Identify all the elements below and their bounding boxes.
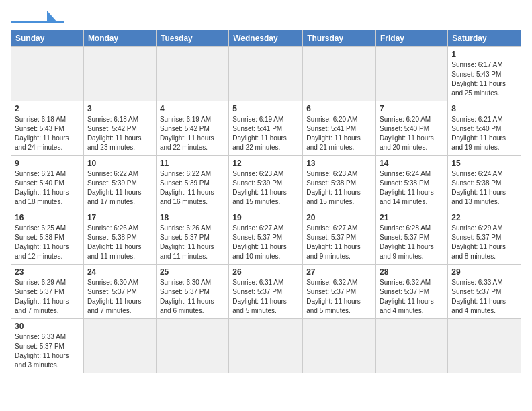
calendar-cell: 29Sunrise: 6:33 AM Sunset: 5:37 PM Dayli… — [448, 265, 521, 319]
calendar-cell: 25Sunrise: 6:30 AM Sunset: 5:37 PM Dayli… — [156, 265, 228, 319]
calendar-week-row: 30Sunrise: 6:33 AM Sunset: 5:37 PM Dayli… — [11, 319, 521, 373]
calendar-cell — [303, 319, 376, 373]
day-info: Sunrise: 6:18 AM Sunset: 5:43 PM Dayligh… — [15, 115, 80, 152]
calendar-week-row: 1Sunrise: 6:17 AM Sunset: 5:43 PM Daylig… — [11, 47, 521, 101]
calendar-cell: 26Sunrise: 6:31 AM Sunset: 5:37 PM Dayli… — [229, 265, 303, 319]
day-info: Sunrise: 6:19 AM Sunset: 5:42 PM Dayligh… — [160, 115, 225, 152]
calendar-cell — [376, 319, 448, 373]
day-info: Sunrise: 6:26 AM Sunset: 5:37 PM Dayligh… — [160, 224, 225, 261]
calendar-week-row: 9Sunrise: 6:21 AM Sunset: 5:40 PM Daylig… — [11, 156, 521, 210]
calendar-cell: 6Sunrise: 6:20 AM Sunset: 5:41 PM Daylig… — [303, 101, 376, 156]
day-info: Sunrise: 6:23 AM Sunset: 5:38 PM Dayligh… — [306, 169, 372, 207]
day-number: 20 — [306, 213, 372, 222]
calendar-cell: 8Sunrise: 6:21 AM Sunset: 5:40 PM Daylig… — [448, 101, 521, 156]
day-info: Sunrise: 6:23 AM Sunset: 5:39 PM Dayligh… — [232, 169, 299, 207]
calendar-week-row: 2Sunrise: 6:18 AM Sunset: 5:43 PM Daylig… — [11, 101, 521, 156]
calendar-cell: 19Sunrise: 6:27 AM Sunset: 5:37 PM Dayli… — [229, 210, 303, 265]
day-header-wednesday: Wednesday — [229, 30, 303, 47]
day-number: 19 — [232, 213, 299, 222]
day-number: 11 — [160, 158, 225, 168]
day-number: 14 — [380, 158, 444, 168]
svg-rect-1 — [11, 21, 64, 23]
day-number: 16 — [15, 213, 80, 222]
calendar-cell — [83, 47, 156, 101]
day-number: 25 — [160, 267, 225, 277]
page-header — [11, 11, 521, 23]
day-number: 5 — [232, 104, 299, 113]
calendar-cell: 15Sunrise: 6:24 AM Sunset: 5:38 PM Dayli… — [448, 156, 521, 210]
day-number: 17 — [87, 213, 152, 222]
calendar-cell — [156, 319, 228, 373]
day-number: 4 — [160, 104, 225, 113]
day-info: Sunrise: 6:24 AM Sunset: 5:38 PM Dayligh… — [451, 169, 517, 207]
calendar-cell: 24Sunrise: 6:30 AM Sunset: 5:37 PM Dayli… — [83, 265, 156, 319]
calendar-cell: 28Sunrise: 6:32 AM Sunset: 5:37 PM Dayli… — [376, 265, 448, 319]
logo-graphic — [11, 11, 64, 23]
calendar-cell: 2Sunrise: 6:18 AM Sunset: 5:43 PM Daylig… — [11, 101, 84, 156]
day-info: Sunrise: 6:24 AM Sunset: 5:38 PM Dayligh… — [380, 169, 444, 207]
day-header-tuesday: Tuesday — [156, 30, 228, 47]
day-number: 28 — [380, 267, 444, 277]
day-info: Sunrise: 6:20 AM Sunset: 5:41 PM Dayligh… — [306, 115, 372, 152]
calendar-cell — [448, 319, 521, 373]
day-info: Sunrise: 6:30 AM Sunset: 5:37 PM Dayligh… — [87, 278, 152, 316]
calendar-cell: 30Sunrise: 6:33 AM Sunset: 5:37 PM Dayli… — [11, 319, 84, 373]
day-number: 27 — [306, 267, 372, 277]
day-info: Sunrise: 6:33 AM Sunset: 5:37 PM Dayligh… — [451, 278, 517, 316]
calendar-cell: 22Sunrise: 6:29 AM Sunset: 5:37 PM Dayli… — [448, 210, 521, 265]
calendar-cell — [376, 47, 448, 101]
day-number: 8 — [451, 104, 517, 113]
day-header-monday: Monday — [83, 30, 156, 47]
day-info: Sunrise: 6:27 AM Sunset: 5:37 PM Dayligh… — [306, 224, 372, 261]
day-number: 22 — [451, 213, 517, 222]
day-info: Sunrise: 6:33 AM Sunset: 5:37 PM Dayligh… — [15, 332, 80, 370]
calendar-cell: 14Sunrise: 6:24 AM Sunset: 5:38 PM Dayli… — [376, 156, 448, 210]
calendar-cell: 16Sunrise: 6:25 AM Sunset: 5:38 PM Dayli… — [11, 210, 84, 265]
day-number: 2 — [15, 104, 80, 113]
calendar-cell: 3Sunrise: 6:18 AM Sunset: 5:42 PM Daylig… — [83, 101, 156, 156]
calendar-cell: 10Sunrise: 6:22 AM Sunset: 5:39 PM Dayli… — [83, 156, 156, 210]
calendar-cell — [303, 47, 376, 101]
day-number: 21 — [380, 213, 444, 222]
day-header-sunday: Sunday — [11, 30, 84, 47]
day-info: Sunrise: 6:22 AM Sunset: 5:39 PM Dayligh… — [87, 169, 152, 207]
day-number: 15 — [451, 158, 517, 168]
day-info: Sunrise: 6:28 AM Sunset: 5:37 PM Dayligh… — [380, 224, 444, 261]
calendar-cell — [11, 47, 84, 101]
day-number: 26 — [232, 267, 299, 277]
day-number: 9 — [15, 158, 80, 168]
day-number: 29 — [451, 267, 517, 277]
day-number: 10 — [87, 158, 152, 168]
calendar-cell: 12Sunrise: 6:23 AM Sunset: 5:39 PM Dayli… — [229, 156, 303, 210]
day-info: Sunrise: 6:17 AM Sunset: 5:43 PM Dayligh… — [451, 60, 517, 98]
calendar-table: SundayMondayTuesdayWednesdayThursdayFrid… — [11, 30, 521, 373]
calendar-cell: 17Sunrise: 6:26 AM Sunset: 5:38 PM Dayli… — [83, 210, 156, 265]
day-number: 3 — [87, 104, 152, 113]
day-info: Sunrise: 6:31 AM Sunset: 5:37 PM Dayligh… — [232, 278, 299, 316]
day-number: 6 — [306, 104, 372, 113]
day-info: Sunrise: 6:29 AM Sunset: 5:37 PM Dayligh… — [15, 278, 80, 316]
day-info: Sunrise: 6:32 AM Sunset: 5:37 PM Dayligh… — [380, 278, 444, 316]
calendar-cell — [156, 47, 228, 101]
day-info: Sunrise: 6:30 AM Sunset: 5:37 PM Dayligh… — [160, 278, 225, 316]
day-info: Sunrise: 6:20 AM Sunset: 5:40 PM Dayligh… — [380, 115, 444, 152]
day-number: 23 — [15, 267, 80, 277]
day-info: Sunrise: 6:32 AM Sunset: 5:37 PM Dayligh… — [306, 278, 372, 316]
calendar-cell — [229, 47, 303, 101]
day-info: Sunrise: 6:29 AM Sunset: 5:37 PM Dayligh… — [451, 224, 517, 261]
day-number: 18 — [160, 213, 225, 222]
calendar-cell: 11Sunrise: 6:22 AM Sunset: 5:39 PM Dayli… — [156, 156, 228, 210]
day-info: Sunrise: 6:27 AM Sunset: 5:37 PM Dayligh… — [232, 224, 299, 261]
calendar-cell: 5Sunrise: 6:19 AM Sunset: 5:41 PM Daylig… — [229, 101, 303, 156]
day-header-saturday: Saturday — [448, 30, 521, 47]
calendar-cell: 4Sunrise: 6:19 AM Sunset: 5:42 PM Daylig… — [156, 101, 228, 156]
calendar-cell: 7Sunrise: 6:20 AM Sunset: 5:40 PM Daylig… — [376, 101, 448, 156]
calendar-cell: 18Sunrise: 6:26 AM Sunset: 5:37 PM Dayli… — [156, 210, 228, 265]
day-info: Sunrise: 6:21 AM Sunset: 5:40 PM Dayligh… — [451, 115, 517, 152]
day-number: 24 — [87, 267, 152, 277]
calendar-cell: 23Sunrise: 6:29 AM Sunset: 5:37 PM Dayli… — [11, 265, 84, 319]
calendar-cell: 21Sunrise: 6:28 AM Sunset: 5:37 PM Dayli… — [376, 210, 448, 265]
calendar-cell: 9Sunrise: 6:21 AM Sunset: 5:40 PM Daylig… — [11, 156, 84, 210]
logo — [11, 11, 64, 23]
day-number: 12 — [232, 158, 299, 168]
